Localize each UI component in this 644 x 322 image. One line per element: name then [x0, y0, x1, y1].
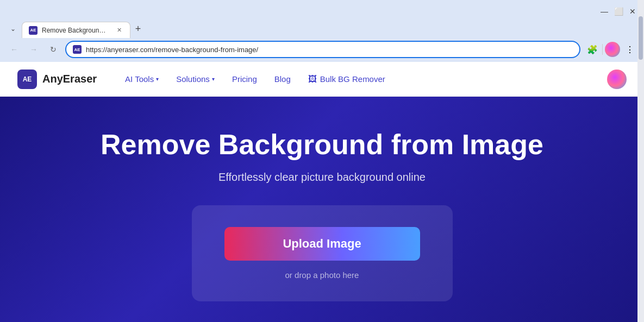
solutions-chevron: ▾	[212, 76, 215, 82]
upload-box: Upload Image or drop a photo here	[192, 205, 453, 301]
toolbar-icons: 🧩 ⋮	[585, 42, 637, 57]
toolbar-separator	[602, 44, 603, 55]
bulk-bg-icon: 🖼	[308, 74, 317, 84]
navbar: AE AnyEraser AI Tools ▾ Solutions ▾ Pric…	[0, 62, 644, 97]
browser-menu-icon[interactable]: ⋮	[622, 42, 637, 57]
solutions-label: Solutions	[176, 74, 210, 84]
logo-icon: AE	[17, 70, 37, 89]
title-bar: — ⬜ ✕	[0, 0, 644, 20]
scrollbar-thumb[interactable]	[639, 16, 643, 60]
drop-text: or drop a photo here	[285, 270, 359, 280]
ai-tools-chevron: ▾	[156, 76, 159, 82]
scrollbar[interactable]	[637, 0, 644, 322]
refresh-button[interactable]: ↻	[46, 42, 61, 57]
extensions-icon[interactable]: 🧩	[585, 42, 600, 57]
brand-name: AnyEraser	[42, 73, 97, 85]
tab-title: Remove Background from Ima…	[42, 27, 108, 34]
nav-links: AI Tools ▾ Solutions ▾ Pricing Blog 🖼 Bu…	[118, 71, 607, 87]
minimize-button[interactable]: —	[599, 7, 609, 16]
nav-solutions[interactable]: Solutions ▾	[170, 71, 221, 87]
close-button[interactable]: ✕	[628, 7, 637, 16]
nav-blog[interactable]: Blog	[268, 71, 297, 87]
logo[interactable]: AE AnyEraser	[17, 70, 97, 89]
browser-profile-avatar[interactable]	[605, 42, 620, 57]
profile-avatar[interactable]	[607, 70, 627, 89]
nav-pricing[interactable]: Pricing	[226, 71, 264, 87]
website: AE AnyEraser AI Tools ▾ Solutions ▾ Pric…	[0, 62, 644, 322]
address-url: https://anyeraser.com/remove-background-…	[86, 46, 573, 54]
tab-close-button[interactable]: ✕	[115, 26, 123, 35]
address-favicon: AE	[73, 45, 82, 54]
nav-bulk-bg[interactable]: 🖼 Bulk BG Remover	[302, 71, 392, 87]
ai-tools-label: AI Tools	[125, 74, 154, 84]
nav-ai-tools[interactable]: AI Tools ▾	[118, 71, 165, 87]
back-button[interactable]: ←	[7, 42, 22, 57]
hero-title: Remove Background from Image	[101, 129, 543, 160]
hero-subtitle: Effortlessly clear picture background on…	[218, 171, 426, 184]
tab-bar: ⌄ AE Remove Background from Ima… ✕ +	[0, 20, 644, 38]
maximize-button[interactable]: ⬜	[614, 7, 623, 16]
tab-favicon: AE	[29, 26, 37, 35]
browser-tab[interactable]: AE Remove Background from Ima… ✕	[22, 22, 130, 38]
window-controls: — ⬜ ✕	[599, 7, 637, 16]
forward-button[interactable]: →	[26, 42, 41, 57]
hero-section: Remove Background from Image Effortlessl…	[0, 97, 644, 322]
upload-image-button[interactable]: Upload Image	[224, 227, 420, 261]
tab-list-dropdown[interactable]: ⌄	[7, 22, 20, 35]
bulk-bg-label: Bulk BG Remover	[320, 74, 385, 84]
address-bar-row: ← → ↻ AE https://anyeraser.com/remove-ba…	[0, 38, 644, 62]
address-bar[interactable]: AE https://anyeraser.com/remove-backgrou…	[65, 41, 580, 58]
new-tab-button[interactable]: +	[130, 21, 146, 36]
